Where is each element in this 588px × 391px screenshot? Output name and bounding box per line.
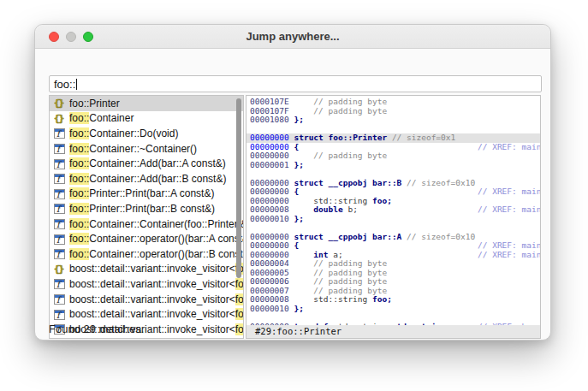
- struct-icon: {}: [54, 98, 65, 109]
- match-highlight: foo::: [235, 308, 243, 320]
- code-line: 00000001 };: [250, 161, 540, 170]
- address: 00000000: [250, 232, 289, 241]
- match-highlight: foo::: [69, 143, 89, 155]
- token-type: bar::A: [372, 232, 407, 241]
- function-icon: f: [54, 279, 65, 289]
- token-type: foo::Printer: [329, 133, 392, 142]
- function-icon: f: [54, 159, 65, 169]
- token-plain: a;: [333, 250, 342, 259]
- list-item[interactable]: ffoo::Container::~Container(): [50, 141, 243, 157]
- token-comment: // padding byte: [289, 97, 387, 106]
- match-highlight: foo::: [69, 233, 89, 245]
- results-list: {}foo::Printer{}foo::Containerffoo::Cont…: [50, 96, 243, 337]
- list-item-label: foo::Container::Add(bar::A const&): [69, 157, 226, 169]
- code-status-bar: #29:foo::Printer: [246, 325, 540, 338]
- function-icon: f: [54, 219, 65, 229]
- code-line: 00000010 };: [250, 305, 540, 314]
- token-comment: // padding byte: [289, 286, 387, 295]
- match-highlight: foo::: [69, 218, 89, 230]
- list-item[interactable]: fboost::detail::variant::invoke_visitor<…: [50, 306, 243, 322]
- address: 00000000: [250, 250, 289, 259]
- token-plain: b;: [347, 204, 357, 214]
- list-item[interactable]: fboost::detail::variant::invoke_visitor<…: [50, 292, 243, 307]
- list-item[interactable]: ffoo::Container::operator()(bar::A const…: [50, 231, 243, 246]
- token-kw: int: [289, 250, 333, 259]
- token-kw: };: [289, 304, 304, 313]
- list-item-label: boost::detail::variant::invoke_visitor<f…: [69, 293, 243, 305]
- token-comment: // sizeof=0x1: [392, 133, 455, 142]
- text-cursor: [76, 79, 77, 90]
- address: 00000000: [250, 133, 289, 142]
- token-plain: std::string: [289, 196, 372, 205]
- minimize-button[interactable]: [66, 32, 76, 42]
- address: 00000000: [250, 196, 289, 205]
- address: 00000000: [250, 178, 289, 187]
- token-kw: {: [289, 142, 299, 151]
- struct-icon: {}: [54, 113, 65, 124]
- address: 00000006: [250, 276, 289, 286]
- search-input[interactable]: foo::: [49, 75, 542, 92]
- list-item[interactable]: {}boost::detail::variant::invoke_visitor…: [50, 262, 243, 277]
- token-plain: std::string: [289, 294, 372, 304]
- list-item-label: foo::Printer::Print(bar::A const&): [69, 187, 214, 199]
- function-icon: f: [54, 249, 65, 259]
- match-highlight: foo::: [69, 203, 89, 215]
- token-kw: double: [289, 204, 348, 214]
- list-item[interactable]: ffoo::Container::Container(foo::Printer …: [50, 216, 243, 232]
- token-kw: };: [289, 160, 304, 169]
- function-icon: f: [54, 204, 65, 214]
- close-button[interactable]: [49, 32, 59, 42]
- address: 00000010: [250, 304, 289, 313]
- list-item-label: foo::Container::Add(bar::B const&): [69, 173, 226, 185]
- list-item[interactable]: ffoo::Container::Do(void): [50, 126, 243, 141]
- list-item[interactable]: ffoo::Printer::Print(bar::B const&): [50, 201, 243, 216]
- list-item-label: foo::Container::~Container(): [69, 143, 197, 155]
- token-kw: struct __cppobj: [289, 232, 372, 241]
- xref-comment: // XREF: main: [478, 143, 541, 152]
- list-item[interactable]: ffoo::Container::Add(bar::A const&): [50, 156, 243, 171]
- code-listing: 0000107E // padding byte0000107F // padd…: [250, 98, 540, 331]
- match-count-status: Found 29 matches.: [49, 323, 144, 335]
- search-input-value: foo::: [54, 78, 75, 91]
- results-panel[interactable]: {}foo::Printer{}foo::Containerffoo::Cont…: [49, 95, 244, 339]
- zoom-button[interactable]: [83, 32, 93, 42]
- jump-anywhere-window: Jump anywhere... foo:: {}foo::Printer{}f…: [34, 24, 551, 341]
- list-item-label: foo::Printer::Print(bar::B const&): [69, 203, 215, 215]
- list-item-label: foo::Container::Container(foo::Printer &…: [69, 218, 243, 230]
- code-preview-panel[interactable]: 0000107E // padding byte0000107F // padd…: [246, 95, 541, 339]
- address: 00000004: [250, 258, 289, 268]
- match-highlight: foo::: [69, 127, 89, 139]
- token-comment: // padding byte: [289, 268, 387, 277]
- list-item-label: boost::detail::variant::invoke_visitor<f…: [69, 308, 243, 320]
- list-item-label: foo::Printer: [69, 98, 120, 110]
- xref-comment: // XREF: main: [478, 187, 541, 197]
- token-kw: {: [289, 187, 299, 196]
- list-item[interactable]: ffoo::Container::Add(bar::B const&): [50, 171, 243, 187]
- token-kw: };: [289, 214, 304, 223]
- address: 0000107F: [250, 106, 289, 116]
- match-highlight: foo::: [235, 278, 243, 290]
- list-item-label: foo::Container::operator()(bar::B const&…: [69, 248, 243, 260]
- list-item[interactable]: ffoo::Printer::Print(bar::A const&): [50, 187, 243, 202]
- window-title: Jump anywhere...: [246, 30, 339, 43]
- function-icon: f: [54, 310, 65, 320]
- match-highlight: foo::: [69, 187, 89, 199]
- list-scrollbar-thumb[interactable]: [236, 98, 241, 278]
- token-comment: // padding byte: [289, 258, 387, 268]
- list-item[interactable]: fboost::detail::variant::invoke_visitor<…: [50, 276, 243, 292]
- list-item[interactable]: {}foo::Container: [50, 111, 243, 127]
- token-comment: // padding byte: [289, 106, 387, 116]
- function-icon: f: [54, 128, 65, 139]
- traffic-lights: [49, 32, 93, 42]
- struct-icon: {}: [54, 264, 65, 275]
- titlebar[interactable]: Jump anywhere...: [35, 25, 550, 49]
- function-icon: f: [54, 234, 65, 245]
- list-item[interactable]: {}foo::Printer: [50, 96, 243, 111]
- address: 00000000: [250, 187, 289, 196]
- match-highlight: foo::: [69, 112, 89, 124]
- list-item[interactable]: ffoo::Container::operator()(bar::B const…: [50, 246, 243, 262]
- xref-comment: // XREF: main: [478, 205, 541, 215]
- match-highlight: foo::: [235, 293, 243, 305]
- xref-comment: // XREF: main: [478, 251, 541, 260]
- match-highlight: foo::: [69, 157, 89, 169]
